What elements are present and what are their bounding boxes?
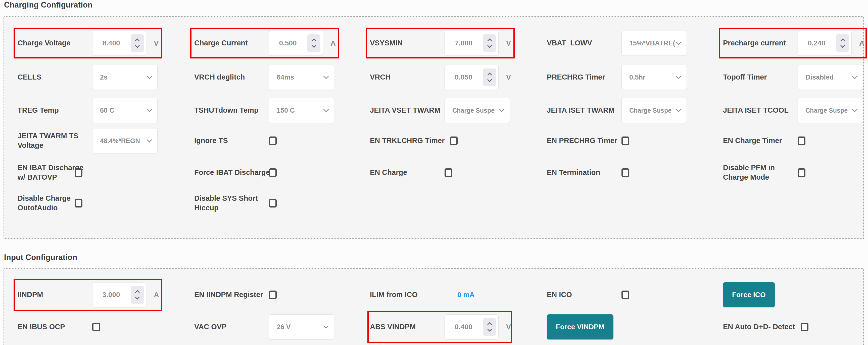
- vbat-lowv-value: 15%*VBATRE(: [629, 39, 675, 47]
- iindpm-input[interactable]: 3.000: [92, 282, 146, 307]
- cells-value: 2s: [100, 73, 107, 81]
- charger-config-page: Charging Configuration Input Configurati…: [0, 0, 868, 345]
- chevron-up-icon: [487, 72, 492, 77]
- vsysmin-unit: V: [506, 39, 511, 47]
- jeita-twarm-ts-voltage-value: 48.4%*REGN: [100, 137, 140, 145]
- tshutdown-temp-label: TSHUTdown Temp: [194, 106, 258, 115]
- vac-ovp-select[interactable]: 26 V: [269, 314, 334, 340]
- jeita-iset-twarm-select[interactable]: Charge Suspe: [621, 98, 687, 123]
- en-trklchrg-timer-checkbox[interactable]: [450, 137, 458, 145]
- en-charge-label: EN Charge: [370, 168, 407, 177]
- iindpm-stepper[interactable]: [131, 286, 144, 304]
- vsysmin-label: VSYSMIN: [370, 38, 403, 48]
- charge-voltage-input[interactable]: 8.400: [92, 31, 146, 56]
- prechrg-timer-label: PRECHRG Timer: [547, 72, 605, 82]
- chevron-down-icon: [487, 327, 492, 332]
- tshutdown-temp-select[interactable]: 150 C: [269, 98, 334, 123]
- jeita-vset-twarm-value: Charge Suspe: [452, 107, 495, 114]
- ignore-ts-label: Ignore TS: [194, 136, 228, 145]
- prechrg-timer-value: 0.5hr: [629, 73, 646, 81]
- iindpm-value: 3.000: [92, 291, 130, 299]
- force-vindpm-button[interactable]: Force VINDPM: [547, 314, 614, 340]
- vsysmin-stepper[interactable]: [483, 34, 496, 52]
- en-iindpm-register-checkbox[interactable]: [269, 290, 277, 299]
- chevron-down-icon: [147, 107, 152, 112]
- chevron-down-icon: [840, 43, 845, 48]
- en-auto-dpdm-detect-checkbox[interactable]: [801, 323, 808, 331]
- en-trklchrg-timer-label: EN TRKLCHRG Timer: [370, 136, 445, 145]
- chevron-down-icon: [852, 107, 858, 112]
- chevron-up-icon: [135, 290, 140, 295]
- vsysmin-input[interactable]: 7.000: [444, 31, 499, 56]
- abs-vindpm-input[interactable]: 0.400: [444, 314, 499, 340]
- ignore-ts-checkbox[interactable]: [269, 137, 277, 145]
- en-charge-checkbox[interactable]: [444, 168, 452, 177]
- chevron-down-icon: [147, 137, 152, 142]
- en-ico-checkbox[interactable]: [621, 290, 629, 299]
- charge-current-label: Charge Current: [194, 38, 248, 48]
- charge-current-stepper[interactable]: [307, 34, 320, 52]
- cells-select[interactable]: 2s: [92, 65, 158, 90]
- disable-charge-outofaudio-checkbox[interactable]: [75, 199, 83, 207]
- abs-vindpm-stepper[interactable]: [483, 318, 496, 336]
- vrch-deglitch-label: VRCH deglitch: [194, 72, 245, 82]
- precharge-current-input[interactable]: 0.240: [798, 31, 852, 56]
- topoff-timer-value: Disabled: [805, 73, 834, 81]
- jeita-vset-twarm-select[interactable]: Charge Suspe: [444, 98, 510, 123]
- vrch-deglitch-value: 64ms: [277, 73, 294, 81]
- precharge-current-label: Precharge current: [723, 38, 786, 48]
- charge-voltage-unit: V: [154, 39, 159, 47]
- chevron-up-icon: [840, 38, 845, 43]
- prechrg-timer-select[interactable]: 0.5hr: [621, 65, 687, 90]
- chevron-down-icon: [499, 107, 504, 112]
- en-charge-timer-checkbox[interactable]: [798, 137, 805, 145]
- en-iindpm-register-label: EN IINDPM Register: [194, 290, 263, 300]
- vac-ovp-value: 26 V: [277, 323, 291, 331]
- jeita-twarm-ts-voltage-select[interactable]: 48.4%*REGN: [92, 128, 158, 153]
- en-ibus-ocp-checkbox[interactable]: [92, 323, 100, 331]
- charge-voltage-stepper[interactable]: [131, 34, 144, 52]
- vrch-stepper[interactable]: [483, 69, 496, 86]
- disable-sys-short-hiccup-checkbox[interactable]: [269, 199, 277, 207]
- jeita-twarm-ts-voltage-label: JEITA TWARM TS Voltage: [18, 131, 79, 150]
- vrch-unit: V: [506, 73, 511, 81]
- force-ico-button[interactable]: Force ICO: [723, 282, 775, 307]
- topoff-timer-select[interactable]: Disabled: [798, 65, 863, 90]
- vsysmin-value: 7.000: [445, 39, 482, 47]
- abs-vindpm-value: 0.400: [445, 323, 482, 331]
- chevron-up-icon: [312, 38, 316, 43]
- jeita-iset-tcool-value: Charge Suspe: [805, 107, 848, 114]
- chevron-down-icon: [676, 39, 681, 45]
- vac-ovp-label: VAC OVP: [194, 322, 226, 332]
- chevron-down-icon: [323, 107, 329, 112]
- precharge-current-stepper[interactable]: [836, 34, 849, 52]
- chevron-down-icon: [135, 43, 140, 48]
- en-termination-checkbox[interactable]: [621, 168, 629, 177]
- precharge-current-unit: A: [859, 39, 865, 47]
- vrch-value: 0.050: [445, 73, 482, 81]
- vrch-deglitch-select[interactable]: 64ms: [269, 65, 334, 90]
- cells-label: CELLS: [18, 72, 41, 82]
- treg-temp-label: TREG Temp: [18, 106, 59, 115]
- jeita-vset-twarm-label: JEITA VSET TWARM: [370, 106, 440, 115]
- precharge-current-value: 0.240: [798, 39, 835, 47]
- chevron-down-icon: [676, 73, 681, 79]
- vbat-lowv-select[interactable]: 15%*VBATRE(: [621, 31, 687, 56]
- topoff-timer-label: Topoff Timer: [723, 72, 767, 82]
- treg-temp-select[interactable]: 60 C: [92, 98, 158, 123]
- force-ibat-discharge-checkbox[interactable]: [269, 168, 277, 177]
- charge-voltage-label: Charge Voltage: [18, 38, 71, 48]
- jeita-iset-twarm-value: Charge Suspe: [629, 107, 672, 114]
- force-ibat-discharge-label: Force IBAT Discharge: [194, 168, 270, 177]
- en-ibat-discharge-checkbox[interactable]: [75, 168, 83, 177]
- jeita-iset-tcool-select[interactable]: Charge Suspe: [798, 98, 863, 123]
- charge-current-input[interactable]: 0.500: [269, 31, 323, 56]
- chevron-down-icon: [852, 73, 858, 79]
- vrch-input[interactable]: 0.050: [444, 65, 499, 90]
- en-ibat-discharge-label: EN IBAT Discharge w/ BATOVP: [18, 163, 84, 182]
- iindpm-unit: A: [154, 291, 159, 299]
- en-prechrg-timer-checkbox[interactable]: [621, 137, 629, 145]
- chevron-down-icon: [135, 295, 140, 299]
- chevron-up-icon: [487, 322, 492, 327]
- disable-pfm-checkbox[interactable]: [798, 168, 805, 177]
